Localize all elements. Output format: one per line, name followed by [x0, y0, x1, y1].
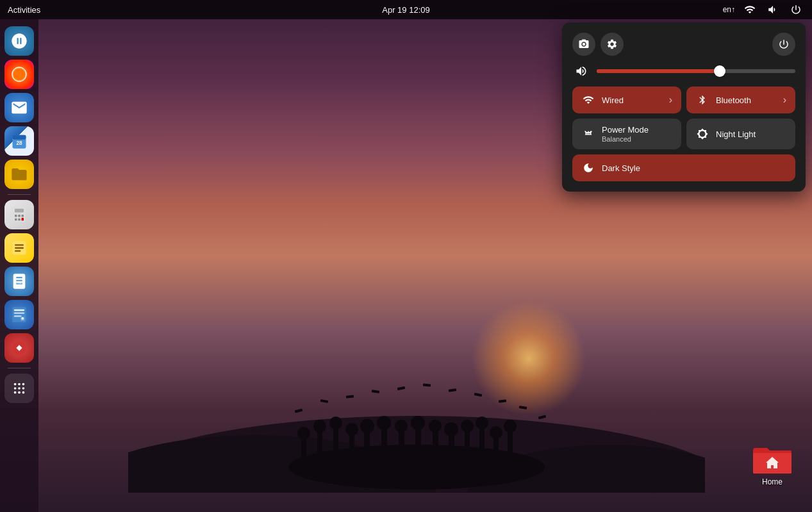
night-light-icon	[695, 127, 709, 141]
wired-button[interactable]: Wired ›	[572, 87, 681, 113]
dock-item-firefox[interactable]	[4, 60, 34, 89]
power-mode-sub: Balanced	[602, 135, 672, 143]
panel-power-button[interactable]	[772, 33, 795, 56]
power-topbar-icon[interactable]	[788, 3, 804, 17]
dock-item-calendar[interactable]: 28	[4, 126, 34, 156]
svg-point-74	[22, 392, 25, 394]
dock-item-mail[interactable]	[4, 93, 34, 122]
dock-item-calculator[interactable]	[4, 200, 34, 229]
topbar: Activities Apr 19 12:09 en↑	[0, 0, 812, 19]
lang-indicator[interactable]: en↑	[723, 5, 735, 14]
wired-label: Wired	[602, 95, 663, 105]
dock-item-files[interactable]	[4, 160, 34, 189]
night-light-label: Night Light	[716, 129, 786, 139]
activities-button[interactable]: Activities	[8, 5, 40, 15]
home-folder-label: Home	[762, 477, 783, 486]
dock-item-fedora[interactable]	[4, 26, 34, 56]
network-topbar-icon[interactable]	[742, 3, 758, 17]
quick-settings-panel: Wired › Bluetooth › Power Mode Balanced	[562, 22, 806, 192]
settings-button[interactable]	[601, 33, 624, 56]
dock-item-notes[interactable]	[4, 233, 34, 263]
svg-rect-57	[15, 247, 24, 249]
wired-icon	[581, 93, 595, 107]
volume-topbar-icon[interactable]	[765, 3, 781, 17]
svg-rect-54	[22, 218, 24, 221]
volume-mute-button[interactable]	[572, 65, 590, 78]
wired-arrow: ›	[669, 94, 672, 106]
screenshot-button[interactable]	[572, 33, 595, 56]
dock-item-appgrid[interactable]	[4, 374, 34, 403]
bluetooth-icon	[695, 93, 709, 107]
svg-rect-56	[15, 244, 24, 245]
dock-separator-2	[8, 368, 31, 368]
topbar-right: en↑	[723, 3, 804, 17]
svg-rect-51	[22, 215, 24, 217]
bluetooth-label: Bluetooth	[716, 95, 777, 105]
svg-rect-50	[18, 215, 21, 217]
bluetooth-button[interactable]: Bluetooth ›	[686, 87, 795, 113]
svg-rect-53	[18, 219, 21, 221]
dock-item-writer[interactable]	[4, 300, 34, 329]
svg-rect-49	[15, 215, 17, 217]
dock: 28 Aa	[0, 19, 38, 512]
svg-point-68	[22, 383, 25, 386]
night-light-button[interactable]: Night Light	[686, 119, 795, 149]
dock-item-dictionary[interactable]: Aa	[4, 267, 34, 296]
volume-slider[interactable]	[597, 65, 795, 78]
svg-point-66	[14, 383, 17, 386]
dock-item-software[interactable]	[4, 333, 34, 363]
power-mode-text: Power Mode Balanced	[602, 125, 672, 143]
volume-thumb[interactable]	[714, 65, 725, 77]
svg-point-72	[14, 392, 17, 394]
dark-style-icon	[581, 161, 595, 175]
home-folder[interactable]: Home	[752, 442, 793, 486]
volume-track	[597, 69, 795, 73]
power-mode-label: Power Mode	[602, 125, 649, 135]
dark-style-button[interactable]: Dark Style	[572, 154, 795, 181]
svg-point-71	[22, 387, 25, 390]
volume-row	[572, 65, 795, 78]
panel-header	[572, 33, 795, 56]
svg-text:28: 28	[16, 140, 22, 146]
toggles-grid: Wired › Bluetooth › Power Mode Balanced	[572, 87, 795, 149]
panel-header-icons	[572, 33, 624, 56]
dark-style-label: Dark Style	[602, 163, 640, 173]
svg-rect-45	[13, 135, 26, 140]
svg-rect-52	[15, 219, 17, 221]
dock-separator	[8, 194, 31, 195]
volume-fill	[597, 69, 720, 73]
svg-rect-63	[14, 315, 22, 317]
bluetooth-arrow: ›	[783, 94, 786, 106]
svg-text:Aa: Aa	[17, 281, 22, 285]
svg-point-73	[18, 392, 21, 394]
svg-point-69	[14, 387, 17, 390]
power-mode-button[interactable]: Power Mode Balanced	[572, 119, 681, 149]
topbar-left: Activities	[8, 5, 40, 15]
svg-rect-58	[15, 251, 21, 252]
topbar-datetime[interactable]: Apr 19 12:09	[382, 5, 429, 15]
svg-rect-62	[14, 313, 24, 314]
svg-rect-48	[15, 209, 24, 213]
svg-point-70	[18, 387, 21, 390]
svg-point-67	[18, 383, 21, 386]
power-mode-icon	[581, 127, 595, 141]
svg-rect-61	[14, 310, 24, 311]
svg-point-75	[583, 43, 586, 46]
home-folder-icon	[752, 442, 793, 475]
